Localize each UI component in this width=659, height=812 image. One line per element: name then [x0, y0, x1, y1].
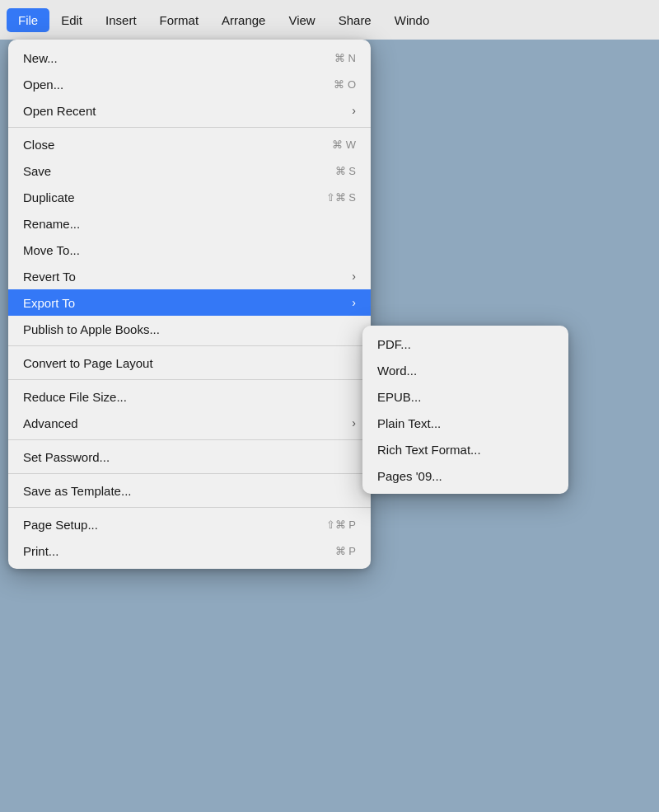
- submenu-item-pages09[interactable]: Pages '09...: [362, 462, 568, 489]
- menu-item-convert[interactable]: Convert to Page Layout: [8, 350, 371, 376]
- menu-item-open-recent-label: Open Recent: [23, 104, 96, 118]
- submenu-item-rich-text-label: Rich Text Format...: [377, 443, 481, 457]
- submenu-arrow-advanced: ›: [352, 416, 356, 429]
- menu-item-print-shortcut: ⌘ P: [335, 545, 356, 557]
- menu-item-rename-label: Rename...: [23, 217, 80, 231]
- submenu-arrow-revert-to: ›: [352, 270, 356, 283]
- menu-item-duplicate[interactable]: Duplicate ⇧⌘ S: [8, 184, 371, 210]
- menu-item-publish[interactable]: Publish to Apple Books...: [8, 316, 371, 342]
- menu-item-new-shortcut: ⌘ N: [334, 52, 356, 64]
- menu-bar-edit[interactable]: Edit: [49, 8, 94, 32]
- menu-item-open-recent[interactable]: Open Recent ›: [8, 97, 371, 124]
- menu-item-password-label: Set Password...: [23, 450, 110, 464]
- menu-bar-insert[interactable]: Insert: [94, 8, 148, 32]
- menu-item-close-shortcut: ⌘ W: [332, 138, 356, 151]
- menu-item-open-label: Open...: [23, 77, 63, 92]
- menu-item-print-label: Print...: [23, 544, 58, 558]
- menu-item-open[interactable]: Open... ⌘ O: [8, 71, 371, 97]
- menu-item-save-shortcut: ⌘ S: [335, 165, 356, 177]
- menu-item-advanced[interactable]: Advanced ›: [8, 410, 371, 436]
- submenu-arrow-open-recent: ›: [352, 104, 356, 117]
- menu-item-page-setup-shortcut: ⇧⌘ P: [326, 519, 356, 531]
- submenu-arrow-export-to: ›: [352, 296, 356, 309]
- menu-item-template-label: Save as Template...: [23, 484, 131, 498]
- menu-item-page-setup-label: Page Setup...: [23, 518, 98, 532]
- menu-item-revert-to-label: Revert To: [23, 270, 76, 284]
- submenu-item-rich-text[interactable]: Rich Text Format...: [362, 436, 568, 462]
- menu-item-export-to[interactable]: Export To ›: [8, 289, 371, 316]
- divider-4: [8, 439, 371, 440]
- menu-item-open-shortcut: ⌘ O: [334, 78, 356, 91]
- menu-item-template[interactable]: Save as Template...: [8, 477, 371, 504]
- menu-item-new-label: New...: [23, 51, 58, 65]
- submenu-item-word-label: Word...: [377, 364, 417, 378]
- menu-item-duplicate-shortcut: ⇧⌘ S: [326, 191, 356, 204]
- menu-item-reduce[interactable]: Reduce File Size...: [8, 383, 371, 410]
- menu-item-save[interactable]: Save ⌘ S: [8, 157, 371, 184]
- menu-item-save-label: Save: [23, 164, 51, 178]
- menu-item-move-to-label: Move To...: [23, 243, 80, 257]
- menu-item-page-setup[interactable]: Page Setup... ⇧⌘ P: [8, 511, 371, 537]
- menu-item-close-label: Close: [23, 138, 54, 152]
- submenu-item-plain-text[interactable]: Plain Text...: [362, 410, 568, 436]
- submenu-item-pdf[interactable]: PDF...: [362, 331, 568, 357]
- menu-bar-arrange[interactable]: Arrange: [210, 8, 277, 32]
- menu-item-export-to-label: Export To: [23, 296, 75, 310]
- menu-bar-view[interactable]: View: [277, 8, 326, 32]
- menu-bar-share[interactable]: Share: [327, 8, 383, 32]
- menu-item-advanced-label: Advanced: [23, 416, 78, 430]
- menu-item-revert-to[interactable]: Revert To ›: [8, 263, 371, 289]
- submenu-item-epub[interactable]: EPUB...: [362, 383, 568, 410]
- submenu-item-plain-text-label: Plain Text...: [377, 416, 441, 430]
- divider-5: [8, 473, 371, 474]
- submenu-item-pdf-label: PDF...: [377, 337, 411, 351]
- submenu-item-pages09-label: Pages '09...: [377, 469, 442, 483]
- menu-bar: File Edit Insert Format Arrange View Sha…: [0, 0, 659, 40]
- menu-item-reduce-label: Reduce File Size...: [23, 390, 127, 404]
- menu-item-duplicate-label: Duplicate: [23, 190, 75, 204]
- menu-item-print[interactable]: Print... ⌘ P: [8, 537, 371, 564]
- menu-bar-file[interactable]: File: [7, 8, 49, 32]
- divider-6: [8, 507, 371, 508]
- menu-item-publish-label: Publish to Apple Books...: [23, 322, 160, 336]
- file-menu-dropdown: New... ⌘ N Open... ⌘ O Open Recent › Clo…: [8, 40, 371, 569]
- export-to-submenu: PDF... Word... EPUB... Plain Text... Ric…: [362, 326, 568, 494]
- menu-item-convert-label: Convert to Page Layout: [23, 356, 153, 370]
- menu-item-password[interactable]: Set Password...: [8, 444, 371, 470]
- submenu-item-epub-label: EPUB...: [377, 390, 421, 404]
- divider-3: [8, 379, 371, 380]
- menu-bar-format[interactable]: Format: [148, 8, 211, 32]
- menu-bar-window[interactable]: Windo: [383, 8, 442, 32]
- menu-item-move-to[interactable]: Move To...: [8, 237, 371, 263]
- divider-2: [8, 345, 371, 346]
- menu-item-close[interactable]: Close ⌘ W: [8, 131, 371, 157]
- menu-item-new[interactable]: New... ⌘ N: [8, 45, 371, 71]
- menu-item-rename[interactable]: Rename...: [8, 210, 371, 237]
- divider-1: [8, 127, 371, 128]
- submenu-item-word[interactable]: Word...: [362, 357, 568, 383]
